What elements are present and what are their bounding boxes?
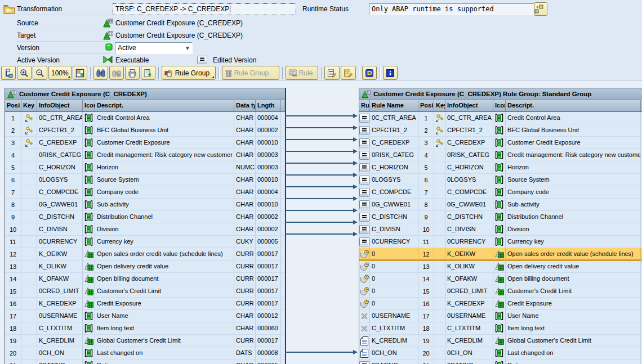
equals-rule-icon[interactable] [359,213,369,222]
rule-type-cell[interactable] [359,137,370,149]
clock-rule-icon[interactable] [360,275,369,284]
change-display-button[interactable] [341,66,356,80]
info-button[interactable] [383,66,398,80]
clock-rule-icon[interactable] [360,287,369,296]
rule-type-cell[interactable] [359,335,370,347]
target-table-row[interactable]: 0C_CTR_AREA10C_CTR_AREACredit Control Ar… [359,112,642,124]
clock-rule-icon[interactable] [360,262,369,271]
source-table-row[interactable]: 18C_LTXTITMItem long textCHAR000060 [5,322,285,335]
transformation-name-input[interactable]: TRSF: C_CREDEXP -> C_CREDEXP [113,3,296,15]
target-table-row-selected[interactable]: 012K_OEIKWOpen sales order credit value … [359,248,642,260]
target-table-row[interactable]: 0LOGSYS60LOGSYSSource System [359,174,642,186]
equals-rule-icon[interactable] [359,126,369,135]
rule-type-cell[interactable] [359,223,370,235]
routine-rule-icon[interactable] [360,349,368,358]
equals-rule-icon[interactable] [359,225,369,234]
zoom-level-button[interactable]: 100% [48,66,72,80]
target-table-row[interactable]: 014K_OFAKWOpen billing document [359,273,642,285]
source-table-row[interactable]: 14K_OFAKWOpen billing documentCURR000017 [5,273,285,285]
rule-type-cell[interactable] [359,174,370,186]
rule-type-cell[interactable] [359,347,370,359]
source-table-row[interactable]: 9C_DISTCHNDistribution ChannelCHAR000002 [5,211,285,223]
equals-rule-icon[interactable] [359,138,369,147]
clock-rule-icon[interactable] [360,299,369,308]
target-table-row[interactable]: 0USERNAME170USERNAMEUser Name [359,310,642,322]
edit-routine-button[interactable] [324,66,340,80]
rule-type-cell[interactable] [359,248,370,260]
source-table-row[interactable]: 7C_COMPCDECompany codeCHAR000004 [5,186,285,199]
rule-type-cell[interactable] [359,186,370,198]
rule-type-cell[interactable] [359,161,370,173]
source-table-row[interactable]: 60LOGSYSSource SystemCHAR000010 [5,174,285,186]
target-table-row[interactable]: CPFCTR1_22CPFCTR1_2BFC Global Business U… [359,124,642,137]
target-table-row[interactable]: C_CREDEXP3C_CREDEXPCustomer Credit Expos… [359,137,642,149]
target-table-row[interactable]: C_COMPCDE7C_COMPCDECompany code [359,186,642,199]
target-table-row[interactable]: 0RISK_CATEG40RISK_CATEGCredit management… [359,149,642,161]
source-table-row[interactable]: 170USERNAMEUser NameCHAR000012 [5,310,285,322]
switch-runtime-button[interactable] [534,2,547,16]
equals-rule-icon[interactable] [359,188,369,197]
source-table-row[interactable]: 3C_CREDEXPCustomer Credit ExposureCHAR00… [5,137,285,149]
target-table-row[interactable]: C_HORIZON5C_HORIZONHorizon [359,161,642,174]
print-button[interactable] [125,66,140,80]
zoom-in-button[interactable] [17,66,32,80]
target-table-row[interactable]: K_CREDLIM19K_CREDLIMGlobal Customer's Cr… [359,335,642,347]
versions-button[interactable] [362,66,377,80]
find-button[interactable] [93,66,108,80]
source-table-row[interactable]: 13K_OLIKWOpen delivery credit valueCURR0… [5,260,285,273]
source-table-row[interactable]: 16K_CREDEXPCredit ExposureCURR000017 [5,298,285,310]
no-update-rule-icon[interactable] [360,312,368,320]
equals-rule-icon[interactable] [359,151,369,160]
no-update-rule-icon[interactable] [360,325,368,332]
equals-rule-icon[interactable] [359,237,369,246]
source-table-row[interactable]: 10C_DIVISNDivisionCHAR000002 [5,223,285,236]
rule-type-cell[interactable] [359,273,370,285]
rule-type-cell[interactable] [359,285,370,297]
source-table-row[interactable]: 80G_CWWE01Sub-activityCHAR000010 [5,199,285,211]
equals-rule-icon[interactable] [359,200,369,209]
target-table-row[interactable]: 016K_CREDEXPCredit Exposure [359,298,642,310]
rule-type-cell[interactable] [359,211,370,223]
version-select[interactable]: Active▼ [115,42,193,54]
source-table-row[interactable]: 40RISK_CATEGCredit management: Risk cate… [5,149,285,161]
source-table-row[interactable]: 150CRED_LIMITCustomer's Credit LimitCURR… [5,285,285,298]
source-table-row[interactable]: 12K_OEIKWOpen sales order credit value (… [5,248,285,260]
routine-rule-icon[interactable] [360,336,368,345]
source-table-row[interactable]: 200CH_ONLast changed onDATS000008 [5,347,285,359]
zoom-out-button[interactable] [33,66,47,80]
target-table-row[interactable]: C_DISTCHN9C_DISTCHNDistribution Channel [359,211,642,223]
target-table-row[interactable]: 0CURRENCY110CURRENCYCurrency key [359,236,642,248]
target-table-row[interactable]: 0150CRED_LIMITCustomer's Credit Limit [359,285,642,298]
rule-type-cell[interactable] [359,260,370,272]
rule-type-cell[interactable] [359,112,370,124]
rule-type-cell[interactable] [359,298,370,309]
source-table-row[interactable]: 19K_CREDLIMGlobal Customer's Credit Limi… [5,335,285,347]
source-table-row[interactable]: 2CPFCTR1_2BFC Global Business UnitCHAR00… [5,124,285,137]
equals-rule-icon[interactable] [359,176,369,185]
target-table-row[interactable]: 0G_CWWE0180G_CWWE01Sub-activity [359,199,642,211]
target-table-row[interactable]: 0CH_ON200CH_ONLast changed on [359,347,642,359]
source-table-row[interactable]: 10C_CTR_AREACredit Control AreaCHAR00000… [5,112,285,124]
source-table-row[interactable]: 5C_HORIZONHorizonNUMC000003 [5,161,285,174]
rule-type-cell[interactable] [359,149,370,161]
rule-type-cell[interactable] [359,322,370,334]
rule-type-cell[interactable] [359,310,370,322]
focus-node-button[interactable] [1,66,16,80]
rule-type-cell[interactable] [359,236,370,248]
source-table-row[interactable]: 110CURRENCYCurrency keyCUKY000005 [5,236,285,248]
source-table-row[interactable]: 210RATINGRatingCHAR000005 [5,359,285,364]
target-table-row[interactable]: C_LTXTITM18C_LTXTITMItem long text [359,322,642,335]
equals-rule-icon[interactable] [359,114,369,123]
clock-rule-icon[interactable] [360,250,369,259]
equals-rule-icon[interactable] [359,163,369,172]
export-button[interactable] [141,66,155,80]
target-table-row[interactable]: 0RATING210RATINGRating [359,359,642,364]
target-table-row[interactable]: 013K_OLIKWOpen delivery credit value [359,260,642,273]
detail-view-button[interactable] [73,66,87,80]
target-table-row[interactable]: C_DIVISN10C_DIVISNDivision [359,223,642,236]
rule-type-cell[interactable] [359,359,370,364]
rule-type-cell[interactable] [359,199,370,210]
rule-type-cell[interactable] [359,124,370,136]
create-rule-group-button[interactable]: Rule Group [162,66,216,80]
equals-rule-icon[interactable] [359,361,369,364]
